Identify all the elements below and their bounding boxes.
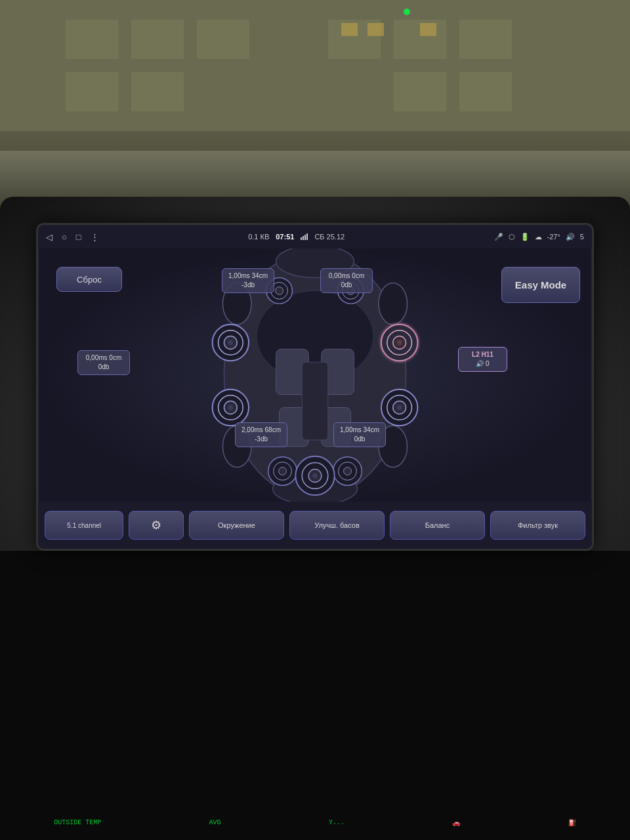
- speaker-label-rear-left[interactable]: 2,00ms 68cm -3db: [235, 422, 287, 447]
- extra-info: Y...: [329, 819, 345, 827]
- eq-sliders-icon: ⚙: [151, 518, 161, 532]
- svg-point-45: [397, 340, 402, 346]
- nav-controls: ◁ ○ □ ⋮: [46, 232, 99, 242]
- svg-point-53: [397, 405, 402, 410]
- svg-rect-25: [302, 362, 328, 440]
- svg-point-56: [279, 468, 287, 475]
- filter-button[interactable]: Фильтр звук: [490, 511, 585, 540]
- svg-point-41: [228, 340, 233, 346]
- channel-button[interactable]: 5.1 channel: [45, 511, 123, 540]
- status-right: 🎤 ⬡ 🔋 ☁ -27° 🔊 5: [494, 233, 584, 241]
- menu-button[interactable]: ⋮: [91, 232, 99, 242]
- battery-icon: 🔋: [520, 233, 530, 241]
- volume-level: 5: [580, 233, 584, 241]
- surround-button[interactable]: Окружение: [189, 511, 284, 540]
- car-icon: 🚗: [452, 819, 460, 827]
- temperature-display: -27°: [547, 233, 560, 241]
- eq-button[interactable]: ⚙: [129, 511, 184, 540]
- mic-icon: 🎤: [494, 233, 503, 241]
- svg-point-29: [379, 283, 408, 324]
- svg-rect-2: [66, 20, 118, 59]
- bass-button[interactable]: Улучш. басов: [289, 511, 385, 540]
- bluetooth-icon: ⬡: [509, 233, 515, 241]
- active-speaker-indicator[interactable]: L2 H11 🔊 0: [458, 347, 507, 372]
- bottom-info-strip: OUTSIDE TEMP AVG Y... 🚗 ⛽: [0, 819, 630, 827]
- svg-rect-8: [66, 72, 118, 111]
- svg-point-59: [344, 468, 352, 475]
- speaker-label-front-left[interactable]: 1,00ms 34cm -3db: [222, 268, 274, 293]
- balance-button[interactable]: Баланс: [390, 511, 485, 540]
- weather-icon: ☁: [535, 233, 542, 241]
- speaker-label-front-right[interactable]: 0,00ms 0cm 0db: [320, 268, 373, 293]
- svg-rect-11: [459, 72, 512, 111]
- back-button[interactable]: ◁: [46, 232, 52, 242]
- svg-point-34: [276, 287, 284, 294]
- svg-rect-12: [341, 23, 358, 36]
- battery-status: 0.1 КВ: [248, 233, 269, 241]
- svg-rect-9: [131, 72, 184, 111]
- svg-point-15: [404, 9, 410, 15]
- svg-rect-4: [197, 20, 249, 59]
- speaker-label-mid-left[interactable]: 0,00ms 0cm 0db: [77, 350, 130, 375]
- main-content: 1,00ms 34cm -3db 0,00ms 0cm 0db 0,00ms 0…: [38, 249, 592, 549]
- svg-rect-3: [131, 20, 184, 59]
- easy-mode-button[interactable]: Easy Mode: [501, 267, 580, 303]
- signal-icon: [301, 233, 308, 240]
- svg-rect-10: [394, 72, 446, 111]
- status-center: 0.1 КВ 07:51 СБ 25.12: [248, 233, 345, 241]
- status-bar: ◁ ○ □ ⋮ 0.1 КВ 07:51 СБ 25.12 🎤 ⬡ 🔋 ☁ -2…: [38, 225, 592, 249]
- speaker-label-rear-right[interactable]: 1,00ms 34cm 0db: [333, 422, 386, 447]
- svg-rect-14: [420, 23, 436, 36]
- recent-button[interactable]: □: [76, 232, 81, 242]
- home-button[interactable]: ○: [62, 232, 67, 242]
- dashboard-bottom: 751 ⚠ 🧷 OUTSIDE TEMP AVG Y... 🚗 ⛽: [0, 551, 630, 840]
- volume-icon: 🔊: [566, 233, 575, 241]
- svg-point-63: [312, 473, 318, 478]
- svg-rect-7: [459, 20, 512, 59]
- svg-rect-13: [368, 23, 384, 36]
- reset-button[interactable]: Сброс: [56, 267, 122, 292]
- avg-label: AVG: [209, 819, 221, 827]
- outside-temp-label: OUTSIDE TEMP: [54, 819, 101, 827]
- date-display: СБ 25.12: [314, 233, 345, 241]
- car-visualization: 1,00ms 34cm -3db 0,00ms 0cm 0db 0,00ms 0…: [38, 249, 592, 502]
- car-screen: ◁ ○ □ ⋮ 0.1 КВ 07:51 СБ 25.12 🎤 ⬡ 🔋 ☁ -2…: [36, 223, 594, 551]
- bottom-toolbar: 5.1 channel ⚙ Окружение Улучш. басов Бал…: [38, 502, 592, 549]
- fuel-icon: ⛽: [568, 819, 576, 827]
- svg-point-49: [228, 405, 233, 410]
- time-display: 07:51: [276, 233, 294, 241]
